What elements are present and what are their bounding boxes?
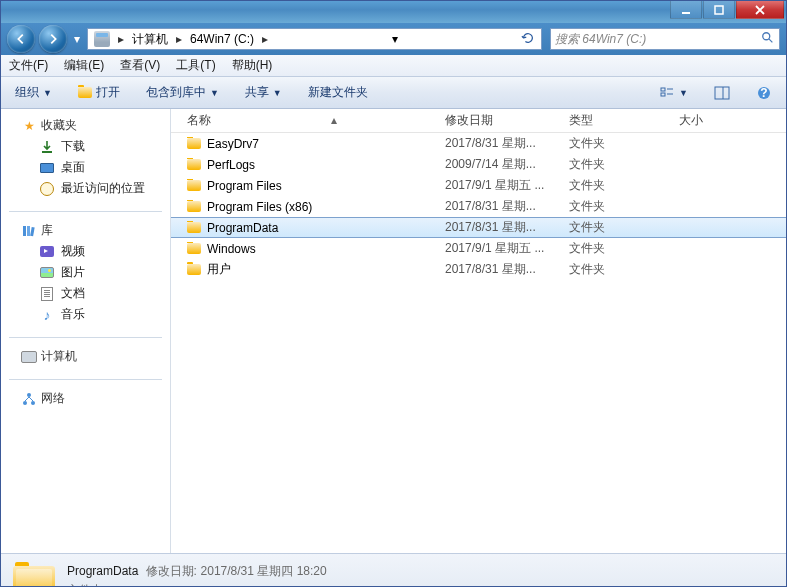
cell-date: 2017/8/31 星期...: [439, 261, 563, 278]
sidebar-item-desktop[interactable]: 桌面: [1, 157, 170, 178]
sidebar-item-network[interactable]: 网络: [1, 388, 170, 409]
nav-bar: ▾ ▸ 计算机 ▸ 64Win7 (C:) ▸ ▾ 搜索 64Win7 (C:): [1, 23, 786, 55]
nav-history-dropdown[interactable]: ▾: [71, 32, 83, 46]
details-pane: ProgramData 修改日期: 2017/8/31 星期四 18:20 文件…: [1, 553, 786, 587]
sidebar-item-computer[interactable]: 计算机: [1, 346, 170, 367]
tb-include[interactable]: 包含到库中▼: [140, 81, 225, 104]
breadcrumb-computer[interactable]: 计算机: [128, 29, 172, 49]
table-row[interactable]: ProgramData2017/8/31 星期...文件夹: [171, 217, 786, 238]
sidebar-item-videos[interactable]: 视频: [1, 241, 170, 262]
picture-icon: [39, 265, 55, 281]
col-date[interactable]: 修改日期: [439, 112, 563, 129]
breadcrumb-arrow-icon[interactable]: ▸: [258, 32, 272, 46]
file-name: Program Files (x86): [207, 200, 312, 214]
svg-rect-3: [661, 88, 665, 91]
svg-rect-8: [42, 151, 52, 153]
table-row[interactable]: 用户2017/8/31 星期...文件夹: [171, 259, 786, 280]
search-icon: [761, 31, 775, 48]
maximize-button[interactable]: [703, 1, 735, 19]
tb-share[interactable]: 共享▼: [239, 81, 288, 104]
tb-include-label: 包含到库中: [146, 84, 206, 101]
back-button[interactable]: [7, 25, 35, 53]
toolbar: 组织▼ 打开 包含到库中▼ 共享▼ 新建文件夹 ▼ ?: [1, 77, 786, 109]
sb-favorites-title[interactable]: ★收藏夹: [1, 115, 170, 136]
table-row[interactable]: Program Files2017/9/1 星期五 ...文件夹: [171, 175, 786, 196]
tb-newfolder-label: 新建文件夹: [308, 84, 368, 101]
forward-button[interactable]: [39, 25, 67, 53]
breadcrumb-arrow-icon[interactable]: ▸: [114, 32, 128, 46]
table-row[interactable]: EasyDrv72017/8/31 星期...文件夹: [171, 133, 786, 154]
file-name: Program Files: [207, 179, 282, 193]
breadcrumb-drive[interactable]: 64Win7 (C:): [186, 29, 258, 49]
col-size[interactable]: 大小: [673, 112, 753, 129]
table-row[interactable]: Windows2017/9/1 星期五 ...文件夹: [171, 238, 786, 259]
network-icon: [21, 391, 37, 407]
file-name: 用户: [207, 261, 231, 278]
menu-tools[interactable]: 工具(T): [176, 57, 215, 74]
search-box[interactable]: 搜索 64Win7 (C:): [550, 28, 780, 50]
download-icon: [39, 139, 55, 155]
svg-rect-9: [23, 226, 26, 236]
sidebar-item-pictures[interactable]: 图片: [1, 262, 170, 283]
sidebar-item-recent[interactable]: 最近访问的位置: [1, 178, 170, 199]
address-bar[interactable]: ▸ 计算机 ▸ 64Win7 (C:) ▸ ▾: [87, 28, 542, 50]
svg-rect-4: [661, 93, 665, 96]
tb-open[interactable]: 打开: [72, 81, 126, 104]
cell-type: 文件夹: [563, 240, 673, 257]
col-type[interactable]: 类型: [563, 112, 673, 129]
tb-newfolder[interactable]: 新建文件夹: [302, 81, 374, 104]
tb-share-label: 共享: [245, 84, 269, 101]
separator: [9, 379, 162, 380]
address-dropdown[interactable]: ▾: [388, 32, 402, 46]
minimize-button[interactable]: [670, 1, 702, 19]
details-type: 文件夹: [67, 582, 327, 587]
menu-file[interactable]: 文件(F): [9, 57, 48, 74]
cell-date: 2017/8/31 星期...: [439, 219, 563, 236]
col-name[interactable]: 名称: [181, 112, 439, 129]
menu-help[interactable]: 帮助(H): [232, 57, 273, 74]
table-row[interactable]: PerfLogs2009/7/14 星期...文件夹: [171, 154, 786, 175]
menu-view[interactable]: 查看(V): [120, 57, 160, 74]
menu-edit[interactable]: 编辑(E): [64, 57, 104, 74]
drive-icon: [94, 31, 110, 47]
file-name: PerfLogs: [207, 158, 255, 172]
breadcrumb-arrow-icon[interactable]: ▸: [172, 32, 186, 46]
cell-type: 文件夹: [563, 261, 673, 278]
tb-organize[interactable]: 组织▼: [9, 81, 58, 104]
breadcrumb-drive-icon[interactable]: [90, 29, 114, 49]
details-date-label: 修改日期:: [146, 564, 197, 578]
label: 音乐: [61, 306, 85, 323]
cell-name: Program Files (x86): [181, 200, 439, 214]
table-row[interactable]: Program Files (x86)2017/8/31 星期...文件夹: [171, 196, 786, 217]
folder-icon: [187, 159, 201, 170]
sidebar-item-music[interactable]: ♪音乐: [1, 304, 170, 325]
svg-rect-10: [27, 226, 30, 236]
tb-preview-pane[interactable]: [708, 82, 736, 104]
details-date-value: 2017/8/31 星期四 18:20: [201, 564, 327, 578]
cell-name: Program Files: [181, 179, 439, 193]
details-text: ProgramData 修改日期: 2017/8/31 星期四 18:20 文件…: [67, 563, 327, 587]
sb-favorites-group: ★收藏夹 下载 桌面 最近访问的位置: [1, 115, 170, 199]
tb-help[interactable]: ?: [750, 82, 778, 104]
label: 计算机: [41, 348, 77, 365]
label: 视频: [61, 243, 85, 260]
sb-libraries-group: 库 视频 图片 文档 ♪音乐: [1, 220, 170, 325]
sidebar-item-downloads[interactable]: 下载: [1, 136, 170, 157]
close-button[interactable]: [736, 1, 784, 19]
tb-view-options[interactable]: ▼: [653, 82, 694, 104]
cell-name: ProgramData: [181, 221, 439, 235]
refresh-button[interactable]: [517, 31, 539, 48]
label: 下载: [61, 138, 85, 155]
folder-icon: [187, 264, 201, 275]
folder-large-icon: [13, 566, 55, 587]
details-name: ProgramData: [67, 564, 138, 578]
label: 图片: [61, 264, 85, 281]
sidebar-item-documents[interactable]: 文档: [1, 283, 170, 304]
sb-libraries-title[interactable]: 库: [1, 220, 170, 241]
cell-type: 文件夹: [563, 135, 673, 152]
cell-date: 2017/9/1 星期五 ...: [439, 177, 563, 194]
separator: [9, 337, 162, 338]
separator: [9, 211, 162, 212]
titlebar[interactable]: [1, 1, 786, 23]
cell-type: 文件夹: [563, 156, 673, 173]
